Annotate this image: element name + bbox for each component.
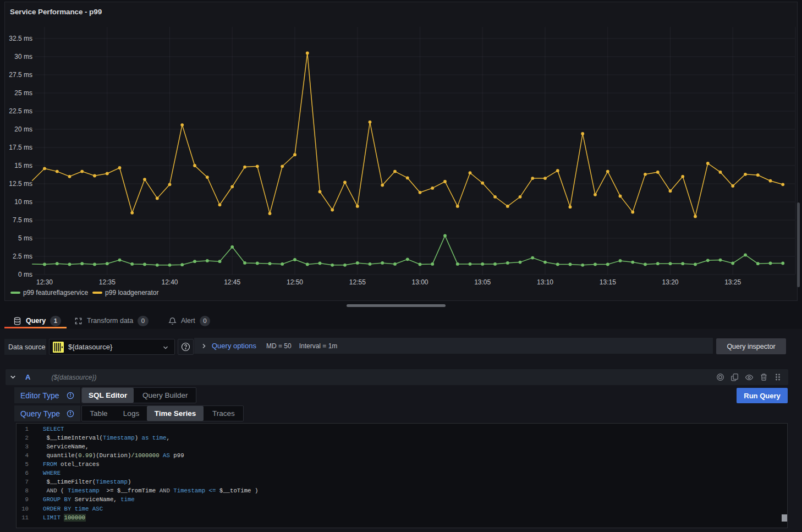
svg-text:7.5 ms: 7.5 ms — [13, 216, 32, 224]
svg-text:12:45: 12:45 — [224, 278, 240, 286]
svg-text:13:00: 13:00 — [411, 278, 428, 286]
svg-text:15 ms: 15 ms — [14, 162, 32, 169]
svg-text:25 ms: 25 ms — [14, 89, 32, 97]
svg-text:17.5 ms: 17.5 ms — [9, 144, 32, 151]
svg-text:12:35: 12:35 — [99, 278, 116, 286]
svg-text:32.5 ms: 32.5 ms — [9, 35, 32, 42]
svg-text:30 ms: 30 ms — [14, 53, 32, 61]
svg-text:12.5 ms: 12.5 ms — [9, 180, 32, 188]
svg-text:12:55: 12:55 — [349, 278, 366, 286]
svg-text:5 ms: 5 ms — [18, 234, 32, 242]
svg-text:12:40: 12:40 — [161, 278, 178, 286]
svg-text:0 ms: 0 ms — [18, 271, 32, 278]
svg-text:12:50: 12:50 — [287, 278, 303, 286]
svg-text:2.5 ms: 2.5 ms — [13, 253, 32, 260]
svg-text:10 ms: 10 ms — [14, 198, 32, 206]
svg-text:13:05: 13:05 — [474, 278, 491, 286]
svg-text:13:15: 13:15 — [600, 278, 616, 286]
svg-text:13:10: 13:10 — [537, 278, 553, 286]
svg-text:12:30: 12:30 — [36, 278, 53, 286]
svg-text:22.5 ms: 22.5 ms — [9, 107, 32, 115]
svg-text:13:20: 13:20 — [662, 278, 678, 286]
svg-text:13:25: 13:25 — [724, 278, 741, 286]
svg-text:27.5 ms: 27.5 ms — [9, 71, 32, 79]
svg-text:20 ms: 20 ms — [14, 125, 32, 133]
